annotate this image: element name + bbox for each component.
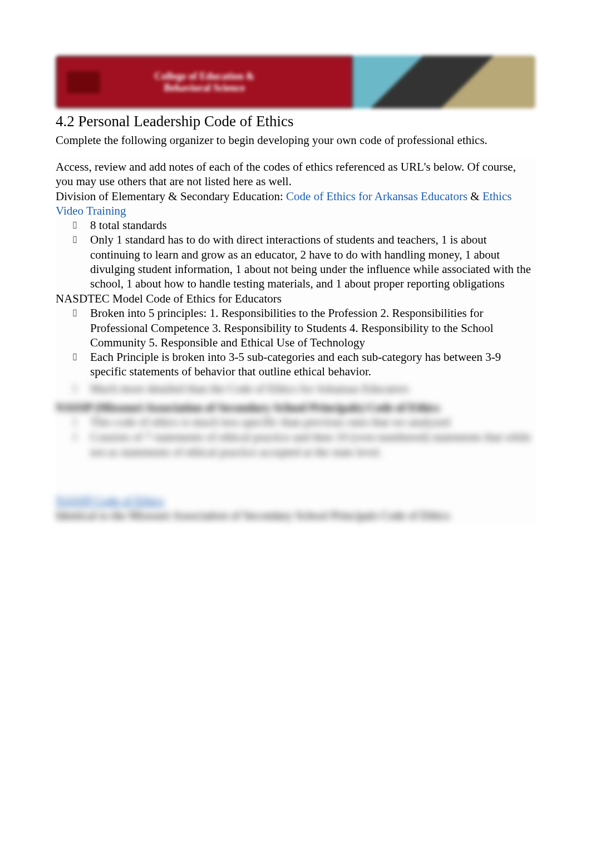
list-item: Broken into 5 principles: 1. Responsibil… [78,306,535,350]
list-item: 8 total standards [78,218,535,232]
document-page: College of Education & Behavioral Scienc… [0,0,591,524]
banner-logo-icon [67,71,100,93]
section2-title: NASDTEC Model Code of Ethics for Educato… [56,292,535,306]
division-line: Division of Elementary & Secondary Educa… [56,189,535,219]
blurred-content-2: NASSP Code of Ethics Identical to the Mi… [56,494,535,523]
blurred-line: Much more detailed than the Code of Ethi… [56,381,535,396]
ampersand: & [467,190,482,203]
blurred-bottom-line: Identical to the Missouri Association of… [56,509,535,523]
page-title: 4.2 Personal Leadership Code of Ethics [56,113,535,130]
content-section: Access, review and add notes of each of … [56,158,535,524]
banner-title-block: College of Education & Behavioral Scienc… [56,56,353,108]
access-note: Access, review and add notes of each of … [56,160,535,189]
section1-list: 8 total standards Only 1 standard has to… [56,218,535,291]
blurred-content-1: Much more detailed than the Code of Ethi… [56,381,535,460]
banner-line-2: Behavioral Science [164,82,244,94]
banner-line-1: College of Education & [154,71,254,82]
list-item: Each Principle is broken into 3-5 sub-ca… [78,350,535,379]
list-item: Only 1 standard has to do with direct in… [78,232,535,291]
blurred-line: Consists of 7 statements of ethical prac… [56,430,535,460]
blurred-link[interactable]: NASSP Code of Ethics [56,494,164,507]
blurred-line: This code of ethics is much less specifi… [56,415,535,430]
blurred-heading: NASSP (Missouri Association of Secondary… [56,401,535,415]
banner-graphic [353,56,535,108]
intro-text: Complete the following organizer to begi… [56,133,535,147]
section2-list: Broken into 5 principles: 1. Responsibil… [56,306,535,379]
code-of-ethics-link[interactable]: Code of Ethics for Arkansas Educators [286,190,467,203]
division-prefix: Division of Elementary & Secondary Educa… [56,190,283,203]
header-banner: College of Education & Behavioral Scienc… [56,56,535,108]
